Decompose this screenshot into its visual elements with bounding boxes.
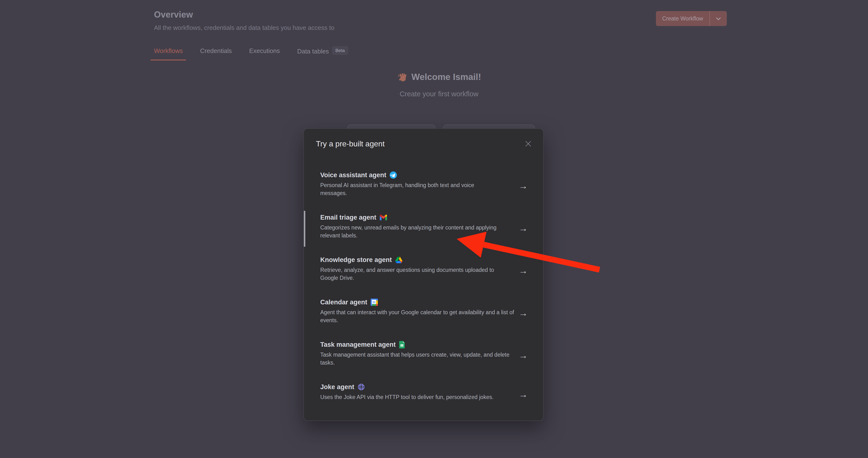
modal-title: Try a pre-built agent — [316, 139, 384, 148]
beta-badge: Beta — [332, 46, 348, 55]
close-icon — [525, 141, 531, 147]
chevron-down-icon — [716, 15, 721, 20]
agent-title: Knowledge store agent — [320, 256, 392, 264]
agent-description: Task management assistant that helps use… — [320, 351, 513, 367]
close-button[interactable] — [522, 138, 534, 150]
google-sheets-icon — [399, 341, 405, 349]
agent-title: Joke agent — [320, 383, 354, 391]
arrow-right-icon[interactable]: → — [519, 308, 528, 318]
agent-title: Email triage agent — [320, 214, 376, 221]
tab-executions[interactable]: Executions — [246, 47, 283, 60]
welcome-title: Welcome Ismail! — [411, 72, 481, 82]
agent-item-joke[interactable]: Joke agent Uses the Joke API via the HTT… — [316, 380, 531, 408]
create-workflow-button[interactable]: Create Workflow — [656, 11, 727, 26]
arrow-right-icon[interactable]: → — [519, 350, 528, 361]
tab-credentials[interactable]: Credentials — [197, 47, 235, 60]
agent-item-knowledge-store[interactable]: Knowledge store agent Retrieve, analyze,… — [316, 253, 531, 289]
agent-description: Retrieve, analyze, and answer questions … — [320, 266, 513, 282]
agent-description: Personal AI assistant in Telegram, handl… — [320, 181, 499, 197]
agent-description: Categorizes new, unread emails by analyz… — [320, 224, 514, 239]
agent-title: Voice assistant agent — [320, 171, 386, 179]
arrow-right-icon[interactable]: → — [519, 389, 528, 399]
page-subtitle: All the workflows, credentials and data … — [154, 24, 335, 32]
telegram-icon — [390, 171, 397, 179]
waving-hand-icon — [397, 72, 407, 83]
agent-title: Calendar agent — [320, 299, 367, 306]
agent-item-calendar[interactable]: Calendar agent 31 Agent that can interac… — [316, 295, 531, 332]
create-workflow-label[interactable]: Create Workflow — [656, 11, 709, 26]
agent-item-voice-assistant[interactable]: Voice assistant agent Personal AI assist… — [316, 168, 531, 204]
globe-icon — [358, 383, 365, 391]
google-drive-icon — [395, 257, 402, 263]
selected-item-indicator — [304, 211, 305, 247]
tab-bar: Workflows Credentials Executions Data ta… — [151, 47, 351, 60]
agent-description: Uses the Joke API via the HTTP tool to d… — [320, 393, 514, 401]
agent-title: Task management agent — [320, 341, 396, 349]
agent-list: Voice assistant agent Personal AI assist… — [316, 168, 531, 415]
google-calendar-icon: 31 — [371, 299, 378, 306]
arrow-right-icon[interactable]: → — [519, 181, 528, 191]
agent-description: Agent that can interact with your Google… — [320, 308, 514, 324]
arrow-right-icon[interactable]: → — [519, 266, 528, 276]
gmail-icon — [380, 215, 387, 220]
tab-data-tables[interactable]: Data tables Beta — [294, 47, 351, 60]
tab-data-tables-label: Data tables — [297, 48, 329, 55]
arrow-right-icon[interactable]: → — [519, 223, 528, 234]
svg-text:31: 31 — [372, 300, 376, 304]
tab-workflows[interactable]: Workflows — [151, 47, 186, 60]
prebuilt-agent-modal: Try a pre-built agent Voice assistant ag… — [303, 128, 544, 421]
agent-item-task-management[interactable]: Task management agent Task management as… — [316, 338, 531, 374]
agent-item-email-triage[interactable]: Email triage agent Categorizes new, unre… — [316, 211, 531, 247]
page-title: Overview — [154, 10, 193, 20]
welcome-subtitle: Create your first workflow — [10, 90, 868, 98]
create-workflow-dropdown[interactable] — [710, 11, 727, 26]
